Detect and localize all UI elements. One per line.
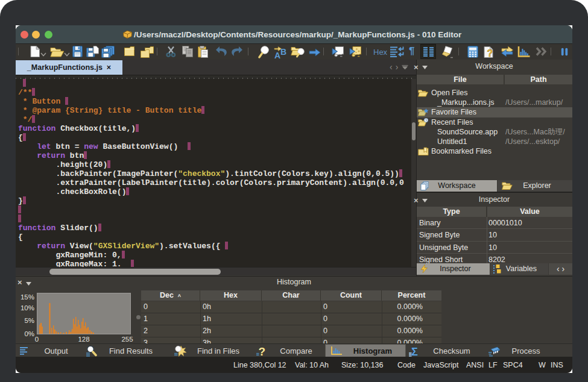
svg-text:?: ? (487, 48, 493, 58)
svg-text:A: A (274, 51, 280, 59)
svg-text:Σ: Σ (411, 346, 418, 357)
svg-text:?: ? (259, 345, 266, 357)
svg-text:B: B (280, 47, 286, 57)
